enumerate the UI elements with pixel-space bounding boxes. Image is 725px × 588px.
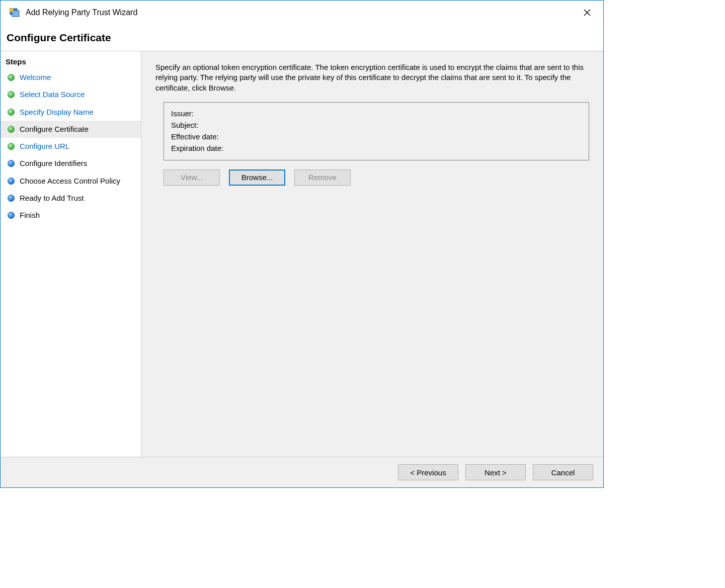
previous-button[interactable]: < Previous [398, 464, 458, 480]
cert-expiration-row: Expiration date: [171, 142, 582, 154]
step-configure-url[interactable]: Configure URL [1, 138, 141, 155]
step-ready-to-add-trust[interactable]: Ready to Add Trust [1, 190, 141, 207]
step-label: Ready to Add Trust [20, 193, 84, 203]
step-select-data-source[interactable]: Select Data Source [1, 86, 141, 103]
step-label: Welcome [20, 72, 51, 82]
step-bullet-icon [8, 126, 15, 133]
certificate-details-box: Issuer: Subject: Effective date: Expirat… [164, 102, 589, 160]
step-specify-display-name[interactable]: Specify Display Name [1, 104, 141, 121]
step-label: Specify Display Name [20, 107, 94, 117]
steps-heading: Steps [1, 55, 141, 69]
window-title: Add Relying Party Trust Wizard [26, 8, 577, 17]
cancel-button[interactable]: Cancel [533, 464, 593, 480]
app-icon [9, 7, 21, 19]
instructions-text: Specify an optional token encryption cer… [155, 62, 589, 93]
step-choose-access-control-policy[interactable]: Choose Access Control Policy [1, 173, 141, 190]
steps-sidebar: Steps Welcome Select Data Source Specify… [1, 51, 141, 457]
step-bullet-icon [8, 91, 15, 98]
step-welcome[interactable]: Welcome [1, 69, 141, 86]
step-label: Configure Identifiers [20, 158, 87, 169]
page-header: Configure Certificate [1, 23, 603, 51]
main-panel: Specify an optional token encryption cer… [141, 51, 603, 457]
step-label: Finish [20, 210, 40, 220]
step-bullet-icon [8, 109, 15, 116]
cert-issuer-row: Issuer: [171, 108, 582, 119]
content-area: Steps Welcome Select Data Source Specify… [1, 51, 603, 457]
step-configure-identifiers[interactable]: Configure Identifiers [1, 155, 141, 172]
cert-subject-row: Subject: [171, 119, 582, 131]
view-button: View... [164, 170, 220, 186]
close-icon [584, 9, 591, 16]
close-button[interactable] [577, 5, 597, 20]
step-label: Configure Certificate [20, 124, 89, 134]
step-bullet-icon [8, 212, 15, 219]
cert-action-buttons: View... Browse... Remove [164, 170, 589, 186]
remove-button: Remove [294, 170, 351, 186]
step-bullet-icon [8, 195, 15, 202]
title-bar: Add Relying Party Trust Wizard [1, 1, 603, 23]
step-bullet-icon [8, 74, 15, 81]
next-button[interactable]: Next > [465, 464, 526, 480]
wizard-footer: < Previous Next > Cancel [1, 457, 603, 487]
step-label: Configure URL [20, 141, 69, 151]
wizard-window: Add Relying Party Trust Wizard Configure… [0, 0, 604, 488]
step-configure-certificate[interactable]: Configure Certificate [1, 121, 141, 138]
page-title: Configure Certificate [7, 32, 597, 44]
step-finish[interactable]: Finish [1, 207, 141, 224]
step-label: Choose Access Control Policy [20, 176, 120, 186]
step-bullet-icon [8, 178, 15, 185]
step-label: Select Data Source [20, 90, 85, 100]
step-bullet-icon [8, 160, 15, 167]
cert-effective-row: Effective date: [171, 131, 582, 142]
step-bullet-icon [8, 143, 15, 150]
browse-button[interactable]: Browse... [229, 170, 285, 186]
